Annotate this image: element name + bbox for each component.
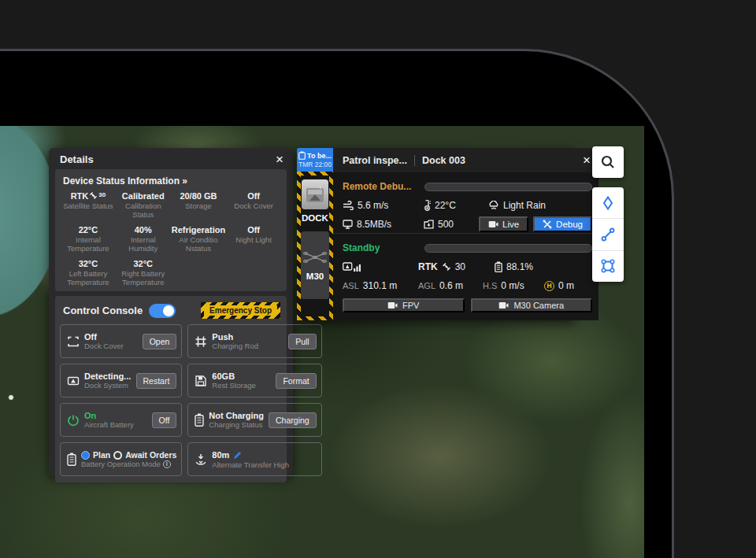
polyline-icon (601, 227, 615, 242)
m30-mode-status: Standby (343, 242, 421, 253)
charging-rod-icon (195, 335, 207, 348)
search-icon (600, 154, 616, 170)
pull-button[interactable]: Pull (288, 334, 317, 349)
m30-camera-button[interactable]: M30 Camera (471, 298, 593, 312)
battery-icon (495, 261, 502, 272)
control-console-header: Control Console Emergency Stop (60, 301, 282, 324)
radio-await-orders-label[interactable]: Await Orders (125, 450, 176, 460)
radio-plan-label[interactable]: Plan (93, 450, 110, 460)
network-monitor-icon (343, 220, 353, 229)
card-battery-operation-mode: Plan Await Orders Battery Operation Mode… (60, 442, 182, 476)
emergency-stop-button[interactable]: Emergency Stop (201, 302, 280, 319)
card-rest-storage: 60GB Rest Storage Format (187, 364, 321, 397)
dock-status-panel: To be... TMR 22:00 DOCK M30 (297, 148, 575, 320)
dock-tab-label[interactable]: DOCK (302, 213, 328, 223)
details-panel: Details × Device Status Information » RT… (49, 148, 293, 476)
landing-altitude-icon (195, 453, 207, 466)
info-icon[interactable]: i (163, 460, 171, 468)
dock-cover-icon (67, 335, 80, 348)
details-title: Details (60, 153, 94, 165)
rtk-stat: RTK 30 (418, 261, 495, 272)
temperature-stat: 22°C (424, 200, 488, 211)
debug-button[interactable]: Debug (533, 216, 592, 232)
dock-panel-header: Patrol inspe... Dock 003 × (333, 148, 598, 172)
card-charging-status: Not Charging Charging Status Charging (187, 403, 321, 437)
signal-stat (343, 262, 418, 272)
dock-mode-status: Remote Debu... (343, 181, 421, 192)
edit-pencil-icon[interactable] (232, 450, 243, 460)
card-aircraft-battery: On Aircraft Battery Off (60, 403, 182, 437)
card-dock-cover: Off Dock Cover Open (60, 324, 182, 358)
dock-thumbnail[interactable] (302, 179, 328, 209)
device-rail: To be... TMR 22:00 DOCK M30 (297, 148, 333, 320)
card-dock-system: Detecting... Dock System Restart (60, 364, 182, 397)
task-name[interactable]: Patrol inspe... (343, 155, 407, 166)
status-item-night-light: Off Night Light (227, 225, 280, 253)
battery-stat: 88.1% (495, 261, 533, 272)
camera-icon (498, 301, 509, 309)
diamond-icon (601, 196, 615, 210)
rain-cloud-icon (488, 201, 499, 211)
status-item-air-condition: Refrigeration Air Conditio Nstatus (172, 225, 225, 253)
charging-button[interactable]: Charging (269, 412, 317, 428)
status-item-storage: 20/80 GB Storage (172, 191, 225, 220)
details-header: Details × (49, 148, 293, 169)
hazard-border: DOCK M30 (297, 172, 333, 320)
media-storage-icon (424, 220, 434, 229)
radio-await-orders[interactable] (113, 451, 122, 460)
task-badge[interactable]: To be... TMR 22:00 (297, 148, 333, 172)
dock-image-icon (305, 183, 325, 205)
clipboard-icon (298, 151, 306, 160)
waypoint-tool-button[interactable] (592, 187, 624, 218)
asl-stat: ASL 310.1 m (343, 280, 418, 291)
polygon-icon (601, 259, 615, 273)
console-cards: Off Dock Cover Open Push Charging Rod Pu… (60, 324, 282, 476)
radio-plan-selected[interactable] (81, 451, 90, 460)
polyline-tool-button[interactable] (592, 218, 624, 249)
format-button[interactable]: Format (276, 373, 316, 389)
thermometer-icon (424, 200, 431, 211)
camera-icon (387, 301, 398, 309)
open-button[interactable]: Open (143, 334, 177, 349)
wind-icon (343, 201, 354, 210)
home-point-icon: H (544, 281, 554, 291)
battery-off-button[interactable]: Off (152, 412, 177, 428)
dock-status-section: Remote Debu... 5.6 m/s 22°C Light Rain (333, 172, 598, 234)
home-distance-stat: H 0 m (544, 280, 574, 291)
dock-progress-bar (424, 183, 592, 191)
screen: Details × Device Status Information » RT… (0, 0, 756, 558)
wrench-icon (543, 220, 552, 229)
satellite-status-value: RTK (71, 191, 89, 201)
battery-icon (195, 413, 204, 427)
storage-disk-icon (195, 375, 207, 387)
restart-button[interactable]: Restart (136, 373, 177, 389)
control-console-toggle[interactable] (149, 304, 176, 318)
media-files-stat: 500 (424, 219, 479, 230)
bandwidth-stat: 8.5MB/s (343, 219, 424, 230)
device-name[interactable]: Dock 003 (422, 155, 465, 166)
status-item-satellite: RTK 30 Satellite Status (61, 191, 115, 220)
control-console-section: Control Console Emergency Stop Off Dock … (55, 296, 287, 482)
m30-thumbnail[interactable]: M30 (301, 231, 329, 299)
power-icon (67, 414, 80, 427)
close-icon[interactable]: × (583, 155, 591, 166)
status-item-internal-humidity: 40% Internal Humidity (117, 225, 170, 253)
satellite-icon (89, 191, 98, 200)
status-item-calibration: Calibrated Calibration Status (117, 191, 170, 220)
fpv-button[interactable]: FPV (343, 298, 465, 312)
live-button[interactable]: Live (479, 216, 528, 232)
m30-progress-bar (424, 244, 592, 253)
device-status-grid: RTK 30 Satellite Status Calibrated Calib… (61, 191, 280, 286)
polygon-tool-button[interactable] (592, 250, 624, 282)
status-item-left-battery-temp: 32°C Left Battery Temperature (61, 259, 115, 287)
camera-icon (488, 220, 498, 228)
close-icon[interactable]: × (276, 154, 284, 165)
horizontal-speed-stat: H.S 0 m/s (483, 280, 544, 291)
dock-panel-main: Patrol inspe... Dock 003 × Remote Debu..… (333, 148, 598, 320)
map-search-button[interactable] (592, 146, 624, 178)
m30-tab-label[interactable]: M30 (306, 272, 324, 281)
weather-stat: Light Rain (488, 200, 546, 211)
satellite-count: 30 (98, 191, 106, 198)
m30-status-section: Standby RTK 30 88.1% (333, 234, 598, 320)
device-status-title[interactable]: Device Status Information » (63, 176, 280, 187)
